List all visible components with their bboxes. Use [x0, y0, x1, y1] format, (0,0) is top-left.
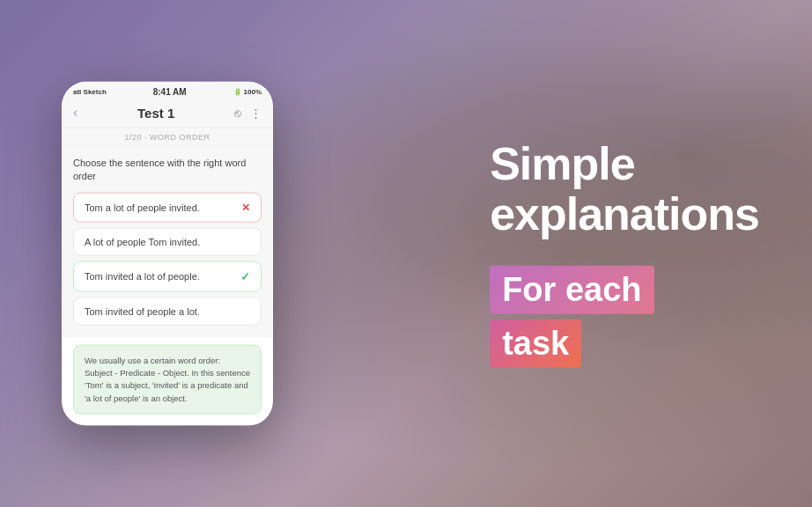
progress-label: 1/20 · WORD ORDER [124, 133, 210, 142]
battery-icon: 🔋 [233, 88, 242, 96]
phone-mockup: atl Sketch 8:41 AM 🔋 100% ‹ Test 1 ⎋ ⋮ 1… [62, 82, 273, 426]
answer-text-2: A lot of people Tom invited. [85, 236, 200, 246]
nav-icons: ⎋ ⋮ [234, 106, 262, 119]
answer-option-2[interactable]: A lot of people Tom invited. [73, 227, 262, 255]
phone: atl Sketch 8:41 AM 🔋 100% ‹ Test 1 ⎋ ⋮ 1… [62, 82, 273, 426]
answer-option-4[interactable]: Tom invited of people a lot. [73, 297, 262, 325]
highlight-block: For each task [490, 266, 653, 368]
progress-section: 1/20 · WORD ORDER [63, 129, 272, 146]
question-text: Choose the sentence with the right word … [73, 157, 262, 184]
headline: Simple explanations [490, 139, 759, 239]
answer-text-3: Tom invited a lot of people. [85, 271, 200, 282]
back-button[interactable]: ‹ [73, 105, 78, 121]
right-content: Simple explanations For each task [490, 139, 759, 368]
highlight-line1: For each [490, 266, 653, 314]
share-icon[interactable]: ⎋ [234, 106, 241, 119]
explanation-box: We usually use a certain word order: Sub… [73, 344, 262, 414]
headline-line2: explanations [490, 189, 759, 239]
status-right: 🔋 100% [233, 88, 262, 96]
answer-option-3[interactable]: Tom invited a lot of people. ✓ [73, 261, 262, 291]
headline-line1: Simple [490, 139, 759, 189]
status-center: 8:41 AM [153, 87, 187, 97]
more-icon[interactable]: ⋮ [250, 106, 262, 119]
answer-text-1: Tom a lot of people invited. [85, 202, 200, 212]
top-nav: ‹ Test 1 ⎋ ⋮ [63, 99, 272, 129]
correct-icon-3: ✓ [240, 269, 250, 283]
wrong-icon-1: ✕ [241, 201, 250, 213]
explanation-text: We usually use a certain word order: Sub… [85, 355, 250, 402]
answer-text-4: Tom invited of people a lot. [85, 305, 200, 316]
highlight-line2: task [490, 320, 581, 368]
nav-title: Test 1 [137, 105, 174, 120]
status-bar: atl Sketch 8:41 AM 🔋 100% [63, 83, 272, 99]
answer-option-1[interactable]: Tom a lot of people invited. ✕ [73, 192, 262, 222]
status-left: atl Sketch [73, 88, 107, 96]
quiz-content: Choose the sentence with the right word … [63, 146, 272, 338]
